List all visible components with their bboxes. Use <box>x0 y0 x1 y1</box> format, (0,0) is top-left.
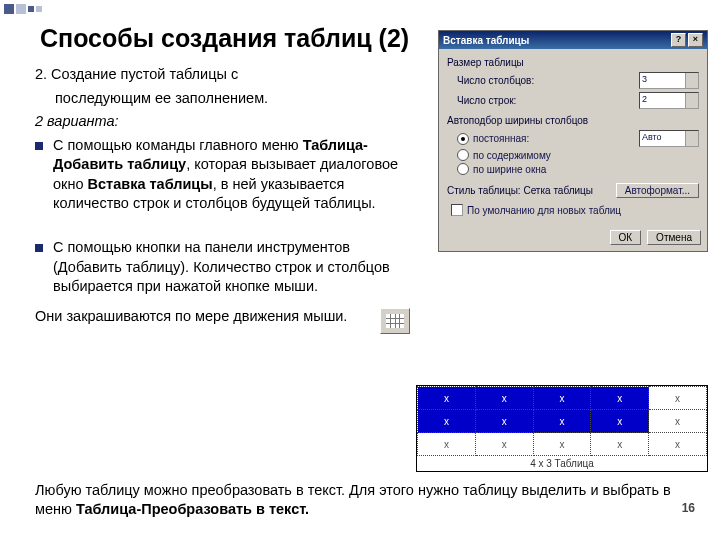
grid-cell[interactable]: x <box>591 387 649 410</box>
grid-cell[interactable]: x <box>418 433 476 456</box>
radio-icon <box>457 133 469 145</box>
bullet-2-text: С помощью кнопки на панели инструментов … <box>53 238 415 297</box>
grid-cell[interactable]: x <box>475 433 533 456</box>
style-label: Стиль таблицы: Сетка таблицы <box>447 185 593 196</box>
autofit-group-label: Автоподбор ширины столбцов <box>447 115 699 126</box>
rows-label: Число строк: <box>457 95 516 106</box>
radio-icon <box>457 149 469 161</box>
bullet-2-tail: Они закрашиваются по мере движения мыши. <box>35 307 415 327</box>
picker-caption: 4 x 3 Таблица <box>417 456 707 471</box>
bullet-1-text: С помощью команды главного меню Таблица-… <box>53 136 415 214</box>
radio-window[interactable]: по ширине окна <box>457 163 699 175</box>
intro-line-1: 2. Создание пустой таблицы с <box>35 65 415 85</box>
bullet-square-icon <box>35 244 43 252</box>
cols-spinner[interactable]: 3 <box>639 72 699 89</box>
grid-cell[interactable]: x <box>475 410 533 433</box>
grid-cell[interactable]: x <box>418 387 476 410</box>
bullet-square-icon <box>35 142 43 150</box>
variants-label: 2 варианта: <box>35 112 415 132</box>
dialog-title: Вставка таблицы <box>443 35 529 46</box>
page-number: 16 <box>682 501 695 515</box>
footer-note: Любую таблицу можно преобразовать в текс… <box>35 481 685 520</box>
bullet-item-2: С помощью кнопки на панели инструментов … <box>35 238 415 297</box>
slide-decoration <box>0 0 46 18</box>
grid-cell[interactable]: x <box>591 410 649 433</box>
grid-cell[interactable]: x <box>591 433 649 456</box>
table-size-picker[interactable]: x x x x x x x x x x x x x x x 4 x 3 Табл… <box>416 385 708 472</box>
radio-content[interactable]: по содержимому <box>457 149 699 161</box>
grid-cell[interactable]: x <box>649 433 707 456</box>
bullet-item-1: С помощью команды главного меню Таблица-… <box>35 136 415 214</box>
grid-cell[interactable]: x <box>649 387 707 410</box>
insert-table-dialog: Вставка таблицы ? × Размер таблицы Число… <box>438 30 708 252</box>
grid-cell[interactable]: x <box>418 410 476 433</box>
picker-grid[interactable]: x x x x x x x x x x x x x x x <box>417 386 707 456</box>
intro-line-2: последующим ее заполнением. <box>55 89 415 109</box>
fixed-width-dropdown[interactable]: Авто <box>639 130 699 147</box>
radio-fixed[interactable]: постоянная: <box>457 133 529 145</box>
cancel-button[interactable]: Отмена <box>647 230 701 245</box>
grid-cell[interactable]: x <box>533 433 591 456</box>
grid-cell[interactable]: x <box>649 410 707 433</box>
remember-label: По умолчанию для новых таблиц <box>467 205 621 216</box>
help-icon[interactable]: ? <box>671 33 686 47</box>
grid-cell[interactable]: x <box>533 410 591 433</box>
table-grid-icon <box>386 314 404 328</box>
ok-button[interactable]: ОК <box>610 230 642 245</box>
autoformat-button[interactable]: Автоформат... <box>616 183 699 198</box>
close-icon[interactable]: × <box>688 33 703 47</box>
radio-icon <box>457 163 469 175</box>
remember-checkbox[interactable] <box>451 204 463 216</box>
grid-cell[interactable]: x <box>475 387 533 410</box>
size-group-label: Размер таблицы <box>447 57 699 68</box>
rows-spinner[interactable]: 2 <box>639 92 699 109</box>
insert-table-toolbar-button[interactable] <box>380 308 410 334</box>
grid-cell[interactable]: x <box>533 387 591 410</box>
content-column: 2. Создание пустой таблицы с последующим… <box>35 65 415 326</box>
dialog-titlebar: Вставка таблицы ? × <box>439 31 707 49</box>
cols-label: Число столбцов: <box>457 75 534 86</box>
